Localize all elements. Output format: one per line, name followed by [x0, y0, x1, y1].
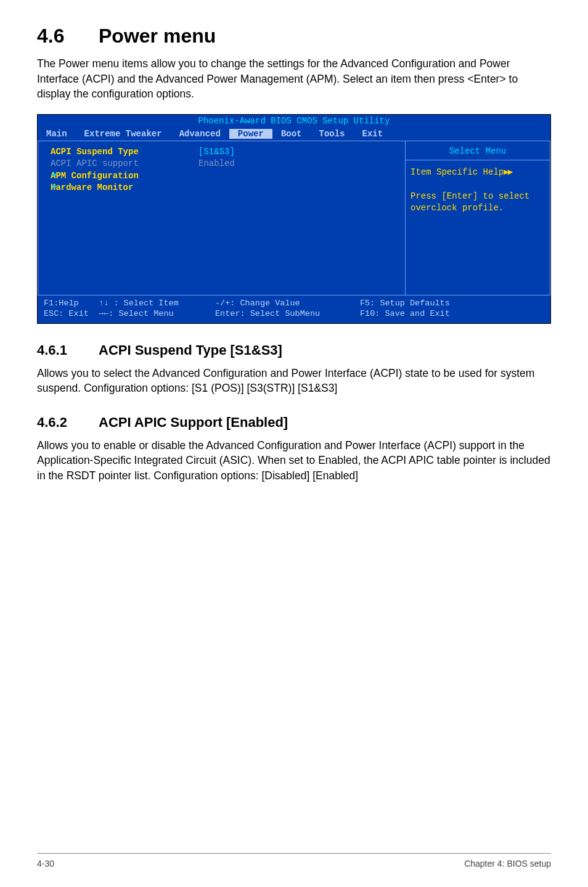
bios-title: Phoenix-Award BIOS CMOS Setup Utility	[38, 115, 550, 127]
option-apm-configuration[interactable]: ▶ APM Configuration	[51, 170, 399, 183]
footer-exit-select-menu: ESC: Exit →←: Select Menu	[44, 308, 215, 320]
menu-main[interactable]: Main	[38, 129, 76, 139]
submenu-icon: ▶	[53, 170, 57, 179]
footer-change-value: -/+: Change Value	[215, 298, 360, 309]
help-line1: Item Specific Help	[410, 167, 504, 177]
double-arrow-icon: ▶▶	[504, 167, 512, 177]
option-acpi-suspend-type[interactable]: ACPI Suspend Type [S1&S3]	[51, 146, 399, 159]
menu-boot[interactable]: Boot	[272, 129, 311, 139]
subsection-462-heading: 4.6.2ACPI APIC Support [Enabled]	[37, 415, 551, 431]
option-value: [S1&S3]	[198, 146, 235, 159]
option-value: Enabled	[198, 158, 235, 170]
menu-tools[interactable]: Tools	[310, 129, 353, 139]
footer-col3: F5: Setup Defaults F10: Save and Exit	[360, 298, 450, 320]
option-acpi-apic-support[interactable]: ACPI APIC support Enabled	[51, 158, 399, 170]
menu-advanced[interactable]: Advanced	[171, 129, 229, 139]
bios-footer: F1:Help ↑↓ : Select Item ESC: Exit →←: S…	[38, 295, 550, 323]
subsection-462-body: Allows you to enable or disable the Adva…	[37, 438, 551, 484]
footer-save-exit: F10: Save and Exit	[360, 308, 450, 320]
bios-menubar: Main Extreme Tweaker Advanced Power Boot…	[38, 127, 550, 141]
footer-select-submenu: Enter: Select SubMenu	[215, 308, 360, 320]
page-number: 4-30	[37, 859, 54, 868]
option-label: APM Configuration	[51, 170, 198, 183]
subsection-title: ACPI APIC Support [Enabled]	[99, 415, 288, 430]
menu-exit[interactable]: Exit	[354, 129, 392, 139]
submenu-icon: ▶	[53, 182, 57, 191]
footer-col2: -/+: Change Value Enter: Select SubMenu	[215, 298, 360, 320]
section-title-text: Power menu	[99, 25, 216, 47]
section-number: 4.6	[37, 25, 99, 47]
option-label: ACPI Suspend Type	[51, 146, 198, 159]
subsection-number: 4.6.2	[37, 415, 99, 431]
help-line2: Press [Enter] to select overclock profil…	[410, 191, 529, 213]
subsection-number: 4.6.1	[37, 342, 99, 358]
option-label: ACPI APIC support	[51, 158, 198, 170]
footer-setup-defaults: F5: Setup Defaults	[360, 298, 450, 309]
chapter-label: Chapter 4: BIOS setup	[464, 859, 551, 868]
bios-options-pane: ACPI Suspend Type [S1&S3] ACPI APIC supp…	[38, 141, 406, 295]
subsection-461-heading: 4.6.1ACPI Suspend Type [S1&S3]	[37, 342, 551, 358]
bios-screen: Phoenix-Award BIOS CMOS Setup Utility Ma…	[37, 114, 551, 324]
section-title: 4.6Power menu	[37, 25, 551, 47]
option-hardware-monitor[interactable]: ▶ Hardware Monitor	[51, 182, 399, 194]
menu-extreme-tweaker[interactable]: Extreme Tweaker	[76, 129, 171, 139]
subsection-461-body: Allows you to select the Advanced Config…	[37, 366, 551, 396]
bios-help-pane: Select Menu Item Specific Help▶▶ Press […	[406, 141, 550, 295]
intro-paragraph: The Power menu items allow you to change…	[37, 56, 551, 102]
subsection-title: ACPI Suspend Type [S1&S3]	[99, 342, 282, 358]
page-footer: 4-30 Chapter 4: BIOS setup	[37, 853, 551, 868]
help-body: Item Specific Help▶▶ Press [Enter] to se…	[406, 160, 550, 221]
option-label: Hardware Monitor	[51, 182, 198, 194]
footer-col1: F1:Help ↑↓ : Select Item ESC: Exit →←: S…	[44, 298, 215, 320]
menu-power[interactable]: Power	[229, 129, 272, 139]
footer-help-select-item: F1:Help ↑↓ : Select Item	[44, 298, 215, 309]
help-title: Select Menu	[406, 141, 550, 160]
bios-body: ACPI Suspend Type [S1&S3] ACPI APIC supp…	[38, 141, 550, 295]
